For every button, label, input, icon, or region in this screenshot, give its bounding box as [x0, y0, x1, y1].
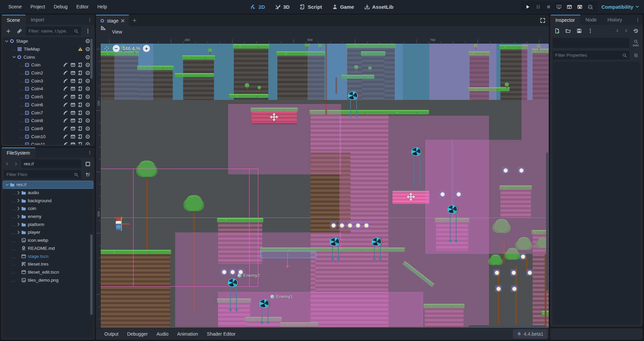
scriptbadge-icon[interactable] — [78, 134, 83, 139]
scriptbadge-icon[interactable] — [78, 102, 83, 107]
anim-icon[interactable] — [70, 142, 75, 145]
signal-icon[interactable] — [63, 78, 68, 83]
pause-button[interactable] — [534, 2, 543, 11]
chevron-right-icon[interactable] — [16, 222, 20, 226]
scene-node-tilemap[interactable]: TileMap — [3, 45, 93, 53]
inspector-tab-history[interactable]: History — [602, 15, 628, 25]
anim-icon[interactable] — [70, 70, 75, 75]
coin-sprite[interactable] — [229, 269, 236, 275]
play-scene-button[interactable] — [565, 2, 574, 11]
eye-icon[interactable] — [85, 47, 90, 52]
anim-icon[interactable] — [70, 94, 75, 99]
coin-sprite[interactable] — [221, 269, 227, 275]
eye-icon[interactable] — [85, 142, 90, 145]
bottom-tab-output[interactable]: Output — [100, 329, 123, 339]
enemy-sprite[interactable] — [348, 91, 358, 100]
eye-icon[interactable] — [85, 39, 90, 44]
distraction-free-button[interactable] — [537, 15, 549, 26]
coin-sprite[interactable] — [526, 269, 533, 276]
bottom-tab-animation[interactable]: Animation — [173, 329, 202, 339]
scene-tab-scene[interactable]: Scene — [1, 15, 25, 25]
eye-icon[interactable] — [85, 118, 90, 123]
zoom-value[interactable]: 146.4 % — [122, 46, 140, 51]
anim-icon[interactable] — [70, 126, 75, 131]
signal-icon[interactable] — [63, 94, 68, 99]
scriptbadge-icon[interactable] — [78, 78, 83, 83]
signal-icon[interactable] — [63, 86, 68, 91]
enemy-sprite[interactable] — [411, 147, 421, 156]
coin-sprite[interactable] — [511, 285, 518, 292]
anim-icon[interactable] — [70, 62, 75, 67]
bottom-tab-audio[interactable]: Audio — [152, 329, 173, 339]
version-info[interactable]: 4.4.beta1 — [513, 329, 547, 339]
fs-item-audio[interactable]: audio — [3, 189, 93, 197]
scene-tree-menu-button[interactable] — [83, 26, 92, 36]
inspector-tab-node[interactable]: Node — [580, 15, 602, 25]
rock-pillar[interactable] — [183, 59, 214, 100]
fs-item-tileset-tres[interactable]: tileset.tres — [3, 260, 93, 268]
chevron-right-icon[interactable] — [16, 191, 20, 195]
chevron-right-icon[interactable] — [16, 207, 20, 211]
switch-3d[interactable]: 3D — [272, 2, 293, 11]
signal-icon[interactable] — [63, 142, 68, 145]
signal-icon[interactable] — [63, 102, 68, 107]
open-docs-button[interactable]: DOC — [632, 39, 640, 47]
fs-split-mode-button[interactable] — [83, 159, 92, 168]
resource-menu-button[interactable] — [586, 26, 595, 35]
coin-sprite[interactable] — [520, 253, 526, 260]
renderer-selector[interactable]: Compatibility — [601, 4, 639, 10]
chevron-right-icon[interactable] — [16, 198, 20, 203]
tree-canopy[interactable] — [490, 255, 501, 265]
fs-item-readme-md[interactable]: TXT README.md — [3, 244, 93, 252]
coin-sprite[interactable] — [439, 191, 446, 197]
fs-item-coin[interactable]: coin — [3, 205, 93, 213]
scene-dock-menu[interactable] — [85, 15, 95, 25]
scriptbadge-icon[interactable] — [78, 118, 83, 123]
play-custom-scene-button[interactable] — [576, 2, 584, 11]
collision-shape-rect[interactable] — [260, 251, 316, 258]
move-gizmo[interactable] — [407, 192, 415, 201]
zoom-in-button[interactable]: + — [143, 45, 150, 52]
fs-item-enemy[interactable]: enemy — [3, 213, 93, 221]
eye-icon[interactable] — [85, 62, 90, 67]
signal-icon[interactable] — [63, 134, 68, 139]
load-resource-button[interactable] — [564, 26, 573, 35]
enemy-sprite[interactable] — [228, 278, 238, 287]
coin-sprite[interactable] — [495, 285, 502, 292]
eye-icon[interactable] — [85, 86, 90, 91]
warning-icon[interactable] — [78, 47, 83, 52]
chevron-down-icon[interactable] — [5, 183, 9, 187]
eye-icon[interactable] — [85, 126, 90, 131]
anim-icon[interactable] — [70, 102, 75, 107]
scene-node-coin4[interactable]: Coin4 — [3, 85, 93, 93]
grass-ledge[interactable] — [175, 73, 214, 77]
fs-item-stage-tscn[interactable]: stage.tscn — [3, 252, 93, 260]
coin-sprite[interactable] — [338, 222, 345, 229]
zoom-out-button[interactable]: − — [113, 45, 120, 52]
anim-icon[interactable] — [70, 134, 75, 139]
coin-sprite[interactable] — [502, 167, 509, 174]
scene-node-coin10[interactable]: Coin10 — [3, 132, 93, 140]
menu-help[interactable]: Help — [94, 2, 111, 11]
switch-game[interactable]: Game — [329, 2, 358, 11]
anim-icon[interactable] — [70, 86, 75, 91]
scene-node-coin6[interactable]: Coin6 — [3, 101, 93, 109]
menu-scene[interactable]: Scene — [5, 2, 25, 11]
player-head[interactable] — [116, 221, 121, 225]
fs-tab-filesystem[interactable]: FileSystem — [1, 148, 35, 158]
fs-item-res-[interactable]: res:// — [3, 181, 93, 189]
movie-maker-button[interactable] — [586, 2, 595, 11]
scene-node-coin2[interactable]: Coin2 — [3, 69, 93, 77]
rock-pillar[interactable] — [234, 48, 268, 100]
eye-icon[interactable] — [85, 102, 90, 107]
scene-node-coin11[interactable]: Coin11 — [3, 140, 93, 145]
coin-sprite[interactable] — [363, 222, 370, 229]
bottom-tab-shader-editor[interactable]: Shader Editor — [203, 329, 240, 339]
fs-dock-menu[interactable] — [85, 148, 95, 158]
enemy-sprite[interactable] — [372, 237, 382, 246]
eye-icon[interactable] — [85, 55, 90, 60]
scriptbadge-icon[interactable] — [78, 110, 83, 115]
close-icon[interactable] — [121, 19, 125, 23]
inspector-back-button[interactable] — [614, 26, 621, 35]
scene-node-coin9[interactable]: Coin9 — [3, 125, 93, 133]
